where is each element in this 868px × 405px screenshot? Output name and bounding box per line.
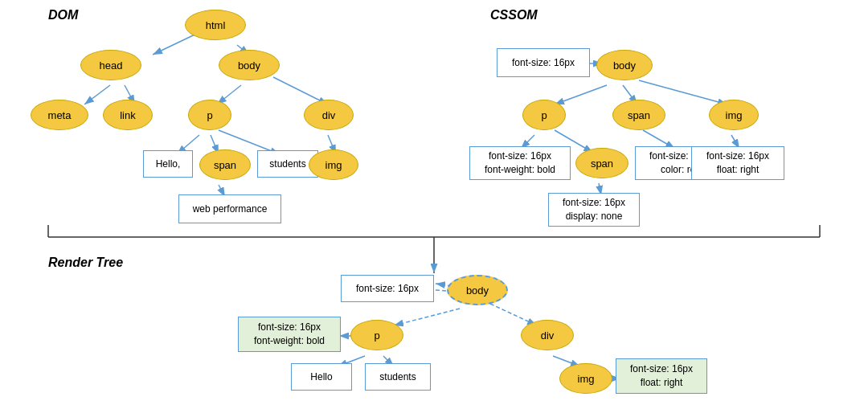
dom-meta-node: meta xyxy=(31,100,88,130)
rt-img-node: img xyxy=(559,363,612,394)
dom-web-performance-node: web performance xyxy=(178,194,281,223)
dom-body-node: body xyxy=(219,50,280,80)
cssom-body-style-node: font-size: 16px xyxy=(497,48,590,77)
rt-hello-node: Hello xyxy=(291,363,352,391)
svg-line-4 xyxy=(84,85,110,104)
dom-hello-node: Hello, xyxy=(143,150,193,178)
rt-div-node: div xyxy=(521,320,574,350)
svg-line-16 xyxy=(639,80,727,104)
cssom-p-node: p xyxy=(522,100,566,130)
rt-img-style-node: font-size: 16pxfloat: right xyxy=(616,358,707,394)
dom-head-node: head xyxy=(80,50,141,80)
svg-line-14 xyxy=(555,85,607,104)
cssom-span-node: span xyxy=(612,100,665,130)
cssom-label: CSSOM xyxy=(490,8,538,22)
rt-body-node: body xyxy=(447,275,508,305)
cssom-img-node: img xyxy=(709,100,759,130)
diagram-container: DOM CSSOM Render Tree xyxy=(0,0,868,405)
cssom-p-style-node: font-size: 16pxfont-weight: bold xyxy=(469,146,571,180)
dom-p-node: p xyxy=(188,100,231,130)
rt-body-style-node: font-size: 16px xyxy=(341,275,434,302)
dom-link-node: link xyxy=(103,100,153,130)
dom-span-node: span xyxy=(199,149,251,180)
rt-students-node: students xyxy=(365,363,431,391)
cssom-body-node: body xyxy=(596,50,653,80)
cssom-span-inner-style-node: font-size: 16pxdisplay: none xyxy=(548,193,640,227)
svg-line-29 xyxy=(490,304,537,325)
svg-line-28 xyxy=(394,309,460,325)
cssom-img-style-node: font-size: 16pxfloat: right xyxy=(691,146,784,180)
cssom-span-inner-node: span xyxy=(575,148,628,178)
dom-img-node: img xyxy=(309,149,358,180)
rt-p-node: p xyxy=(350,320,403,350)
rt-p-style-node: font-size: 16pxfont-weight: bold xyxy=(238,317,341,352)
dom-label: DOM xyxy=(48,8,78,22)
dom-html-node: html xyxy=(185,10,246,40)
dom-div-node: div xyxy=(304,100,354,130)
render-tree-label: Render Tree xyxy=(48,256,123,270)
